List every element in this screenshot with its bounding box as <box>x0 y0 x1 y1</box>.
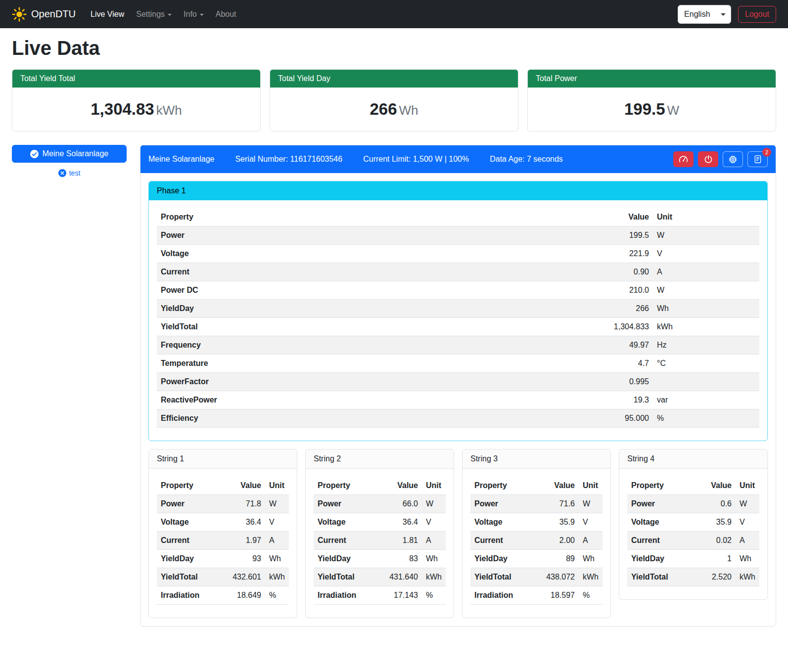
value-cell: 221.9 <box>454 245 653 263</box>
unit-text: kWh <box>156 103 182 118</box>
property-cell: ReactivePower <box>157 391 454 409</box>
unit-cell: kWh <box>653 318 759 336</box>
property-cell: Power <box>627 495 697 513</box>
nav-settings[interactable]: Settings <box>130 6 178 23</box>
table-header-row: Property Value Unit <box>157 477 289 495</box>
summary-cards-row: Total Yield Total 1,304.83kWh Total Yiel… <box>0 69 788 132</box>
property-cell: Current <box>157 263 454 281</box>
language-select-wrap: English <box>678 5 731 24</box>
property-cell: YieldDay <box>314 550 383 568</box>
string-1-table: Property Value Unit Power71.8WVoltage36.… <box>157 477 289 605</box>
value-cell: 36.4 <box>227 513 265 532</box>
value-cell: 199.5 <box>454 226 653 245</box>
card-title: Total Yield Day <box>270 70 518 88</box>
card-title: Total Power <box>528 70 776 88</box>
value-cell: 0.90 <box>454 263 653 281</box>
col-unit: Unit <box>736 477 759 495</box>
unit-cell: Wh <box>422 550 446 568</box>
property-cell: YieldDay <box>157 300 454 318</box>
property-cell: Power DC <box>157 281 454 300</box>
string-2-title: String 2 <box>306 449 454 469</box>
inverter-select-button[interactable]: Meine Solaranlage <box>12 145 127 163</box>
value-cell: 17.143 <box>383 586 422 605</box>
table-row: Voltage221.9V <box>157 245 759 263</box>
value-cell: 71.8 <box>227 495 265 513</box>
table-row: Current0.02A <box>627 532 759 550</box>
unit-cell: A <box>736 532 759 550</box>
table-row: Current1.97A <box>157 532 289 550</box>
property-cell: Power <box>157 495 227 513</box>
string-3-body: Property Value Unit Power71.6WVoltage35.… <box>463 469 610 618</box>
unit-cell: var <box>653 391 759 409</box>
device-info-button[interactable] <box>723 151 743 167</box>
content-row: Meine Solaranlage test Meine Solaranlage… <box>0 145 788 638</box>
brand[interactable]: OpenDTU <box>12 7 76 22</box>
unit-cell: V <box>422 513 446 532</box>
nav-info[interactable]: Info <box>178 6 210 23</box>
logout-button[interactable]: Logout <box>738 6 776 23</box>
unit-cell: W <box>579 495 603 513</box>
property-cell: Irradiation <box>470 586 540 605</box>
property-cell: YieldTotal <box>314 568 383 586</box>
inverter-limit: Current Limit: 1,500 W | 100% <box>363 155 469 164</box>
value-cell: 432.601 <box>227 568 265 586</box>
unit-cell: V <box>579 513 603 532</box>
main-nav: Live View Settings Info About <box>85 6 242 23</box>
table-row: Power0.6W <box>627 495 759 513</box>
inverter-item-test[interactable]: test <box>12 169 127 177</box>
string-3-table: Property Value Unit Power71.6WVoltage35.… <box>470 477 603 605</box>
unit-cell: °C <box>653 355 759 373</box>
check-circle-icon <box>30 150 39 158</box>
col-unit: Unit <box>579 477 603 495</box>
col-value: Value <box>540 477 579 495</box>
string-4-body: Property Value Unit Power0.6WVoltage35.9… <box>619 469 767 599</box>
table-row: Voltage35.9V <box>627 513 759 532</box>
table-header-row: Property Value Unit <box>470 477 603 495</box>
page-title: Live Data <box>12 37 776 59</box>
limit-settings-button[interactable] <box>673 151 694 167</box>
cpu-icon <box>728 155 738 164</box>
inverter-panel-header: Meine Solaranlage Serial Number: 1161716… <box>140 145 776 173</box>
table-row: YieldDay266Wh <box>157 300 759 318</box>
unit-cell: kWh <box>265 568 289 586</box>
unit-cell: % <box>422 586 446 605</box>
table-row: PowerFactor0.995 <box>157 373 759 391</box>
language-select[interactable]: English <box>678 5 731 24</box>
table-row: YieldTotal431.640kWh <box>314 568 446 586</box>
unit-cell <box>653 373 759 391</box>
property-cell: PowerFactor <box>157 373 454 391</box>
string-2-card: String 2 Property Value Unit Power66.0WV… <box>305 449 454 618</box>
unit-cell: V <box>736 513 759 532</box>
table-header-row: Property Value Unit <box>314 477 446 495</box>
power-button[interactable] <box>698 151 718 167</box>
value-cell: 0.6 <box>697 495 736 513</box>
string-1-card: String 1 Property Value Unit Power71.8WV… <box>148 449 297 618</box>
property-cell: YieldTotal <box>627 568 697 586</box>
col-value: Value <box>383 477 422 495</box>
nav-live-view[interactable]: Live View <box>85 6 130 23</box>
value-cell: 83 <box>383 550 422 568</box>
value-cell: 4.7 <box>454 355 653 373</box>
table-row: Power71.6W <box>470 495 603 513</box>
unit-cell: kWh <box>579 568 603 586</box>
property-cell: Current <box>627 532 697 550</box>
property-cell: Voltage <box>470 513 540 532</box>
property-cell: Current <box>157 532 227 550</box>
table-row: Irradiation17.143% <box>314 586 446 605</box>
unit-cell: kWh <box>422 568 446 586</box>
col-value: Value <box>454 208 653 226</box>
table-row: YieldTotal432.601kWh <box>157 568 289 586</box>
property-cell: YieldTotal <box>470 568 540 586</box>
unit-cell: % <box>653 409 759 428</box>
event-log-button[interactable]: 2 <box>747 151 768 167</box>
string-3-card: String 3 Property Value Unit Power71.6WV… <box>462 449 611 618</box>
chevron-down-icon <box>200 14 204 16</box>
unit-cell: Wh <box>653 300 759 318</box>
speedometer-icon <box>679 155 688 164</box>
unit-cell: W <box>736 495 759 513</box>
table-row: Voltage36.4V <box>157 513 289 532</box>
nav-about[interactable]: About <box>210 6 242 23</box>
col-value: Value <box>227 477 265 495</box>
unit-cell: % <box>265 586 289 605</box>
table-row: Efficiency95.000% <box>157 409 759 428</box>
